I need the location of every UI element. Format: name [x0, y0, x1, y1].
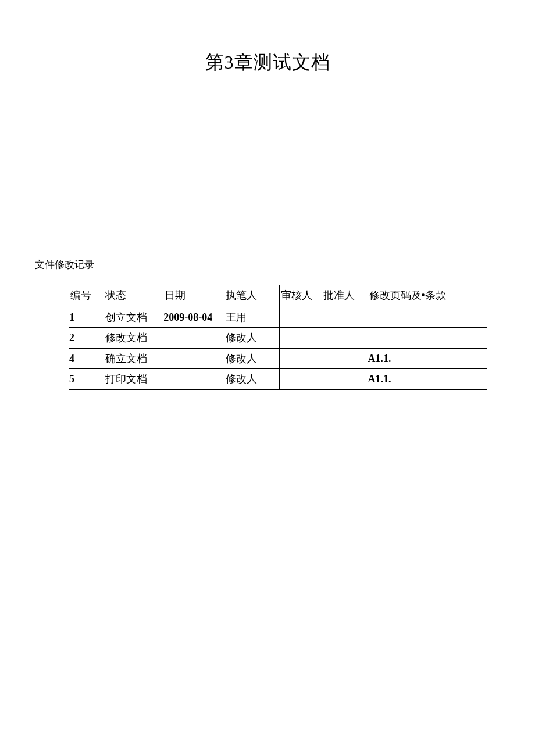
table-row: 2 修改文档 修改人: [69, 328, 487, 349]
page-title: 第3章测试文档: [0, 0, 535, 76]
cell-id: 5: [69, 369, 104, 390]
cell-reviewer: [279, 369, 322, 390]
cell-id: 2: [69, 328, 104, 349]
cell-change: A1.1.: [368, 348, 487, 369]
cell-reviewer: [279, 328, 322, 349]
revision-table-wrap: 编号 状态 日期 执笔人 审核人 批准人 修改页码及•条款 1 创立文档 200…: [69, 285, 487, 390]
table-row: 1 创立文档 2009-08-04 王用: [69, 307, 487, 328]
cell-author: 王用: [224, 307, 279, 328]
cell-date: [163, 328, 224, 349]
col-reviewer: 审核人: [279, 285, 322, 307]
cell-status: 创立文档: [104, 307, 163, 328]
cell-approver: [322, 369, 368, 390]
cell-date: [163, 369, 224, 390]
table-header-row: 编号 状态 日期 执笔人 审核人 批准人 修改页码及•条款: [69, 285, 487, 307]
col-change: 修改页码及•条款: [368, 285, 487, 307]
cell-reviewer: [279, 348, 322, 369]
cell-id: 1: [69, 307, 104, 328]
revision-table: 编号 状态 日期 执笔人 审核人 批准人 修改页码及•条款 1 创立文档 200…: [69, 285, 487, 390]
cell-author: 修改人: [224, 348, 279, 369]
col-date: 日期: [163, 285, 224, 307]
table-row: 5 打印文档 修改人 A1.1.: [69, 369, 487, 390]
cell-status: 打印文档: [104, 369, 163, 390]
cell-approver: [322, 328, 368, 349]
cell-change: [368, 328, 487, 349]
cell-approver: [322, 307, 368, 328]
cell-change: [368, 307, 487, 328]
col-id: 编号: [69, 285, 104, 307]
col-status: 状态: [104, 285, 163, 307]
col-approver: 批准人: [322, 285, 368, 307]
table-row: 4 确立文档 修改人 A1.1.: [69, 348, 487, 369]
cell-date: 2009-08-04: [163, 307, 224, 328]
cell-status: 确立文档: [104, 348, 163, 369]
cell-author: 修改人: [224, 369, 279, 390]
cell-status: 修改文档: [104, 328, 163, 349]
col-author: 执笔人: [224, 285, 279, 307]
cell-date: [163, 348, 224, 369]
section-label: 文件修改记录: [35, 258, 94, 271]
cell-reviewer: [279, 307, 322, 328]
cell-id: 4: [69, 348, 104, 369]
cell-author: 修改人: [224, 328, 279, 349]
cell-change: A1.1.: [368, 369, 487, 390]
cell-approver: [322, 348, 368, 369]
